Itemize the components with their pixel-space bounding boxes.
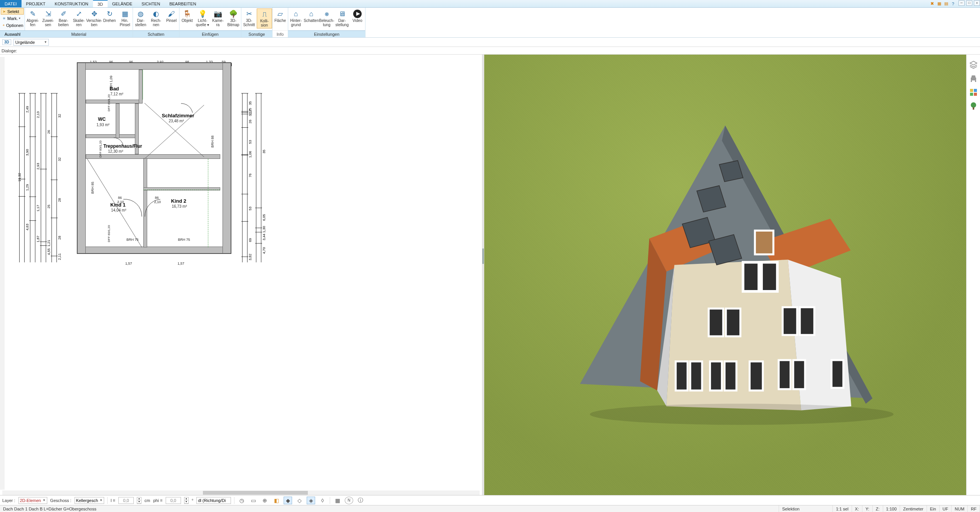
menu-bar: DATEI PROJEKT KONSTRUKTION 3D GELÄNDE SI… (0, 0, 980, 8)
layers-palette-icon[interactable] (969, 60, 978, 69)
room-wc-label: WC (98, 117, 106, 122)
objekt-button[interactable]: 🪑Objekt (179, 8, 195, 23)
bottom-toolbar: Layer : 2D-Elemen▼ Geschoss : Kellergesc… (0, 495, 980, 505)
package-icon[interactable]: ▦ (937, 1, 942, 7)
darstellen-button[interactable]: ◍Dar- stellen (133, 8, 148, 28)
dim-label: 86 (118, 196, 122, 200)
licht-label: Licht- quelle ▾ (196, 18, 209, 27)
terrain-combo[interactable]: Urgelände ▼ (13, 39, 49, 46)
optionen-button[interactable]: ＋Optionen (1, 22, 24, 28)
menu-sichten[interactable]: SICHTEN (137, 0, 164, 7)
geschoss-combo[interactable]: Kellergesch▼ (75, 497, 104, 504)
hinpinsel-button[interactable]: ▦Hin. Pinsel (117, 8, 133, 28)
licht-button[interactable]: 💡Licht- quelle ▾ (195, 8, 210, 28)
layers-icon[interactable]: ◧ (272, 497, 281, 504)
flaeche-button[interactable]: ▱Fläche (272, 8, 288, 23)
layer-combo[interactable]: 2D-Elemen▼ (18, 497, 47, 504)
snap1-icon[interactable]: ◆ (284, 497, 292, 504)
bitmap-button[interactable]: 🌳3D- Bitmap (226, 8, 241, 28)
svg-rect-13 (676, 362, 688, 391)
skalieren-button[interactable]: ⤢Skalie- ren (71, 8, 86, 28)
dim-label: 2,10 (117, 200, 124, 204)
menu-datei[interactable]: DATEI (0, 0, 22, 7)
length-input[interactable] (118, 497, 134, 504)
menu-projekt[interactable]: PROJEKT (22, 0, 50, 7)
dim-left-label: 25 (47, 205, 51, 208)
globe-icon[interactable]: ⊕ (261, 497, 269, 504)
bitmap-icon: 🌳 (228, 9, 238, 18)
svg-rect-34 (971, 80, 972, 82)
status-message: Dach Dach 1 Dach B L=Dächer G=Obergescho… (0, 505, 779, 512)
dim-left-label: 4,63 (25, 224, 29, 231)
wrench-icon[interactable]: ✖ (930, 1, 935, 7)
brh-label: BRH 75 (178, 238, 190, 242)
status-rf: RF (968, 505, 980, 512)
dim-left-label: 1,87 (36, 236, 40, 243)
color-palette-icon[interactable] (969, 88, 978, 97)
minimize-button[interactable]: ─ (958, 0, 965, 6)
north-icon[interactable]: N (345, 497, 353, 504)
bearbeiten-label: Bear- beiten (58, 18, 68, 27)
hintergrund-button[interactable]: ⌂Hinter- grund (288, 8, 304, 28)
beleuchtung-button[interactable]: ⎈Beleuch- tung (319, 8, 334, 28)
snap2-icon[interactable]: ◇ (295, 497, 304, 504)
verschieben-button[interactable]: ✥Verschie- ben (86, 8, 102, 28)
ribbon: ➤Selekt ✳Mark.▾ ＋Optionen Auswahl ✎Abgre… (0, 8, 980, 38)
schatten-label: Schatten (133, 30, 179, 37)
schnitt-icon: ✂ (244, 9, 254, 18)
hintergrund-label: Hinter- grund (290, 18, 302, 27)
furniture-palette-icon[interactable] (969, 74, 978, 83)
dl-combo[interactable]: dl (Richtung/Di (196, 497, 231, 504)
bearbeiten-button[interactable]: ✐Bear- beiten (56, 8, 71, 28)
3d-view-pane[interactable] (484, 55, 966, 495)
menu-bearbeiten[interactable]: BEARBEITEN (165, 0, 201, 7)
abgreifen-label: Abgrei- fen (27, 18, 39, 27)
room-kind1-area: 14,04 m² (111, 208, 126, 212)
scrollbar-vertical[interactable] (0, 57, 5, 490)
rechnen-button[interactable]: ◐Rech- nen (148, 8, 164, 28)
maximize-button[interactable]: □ (966, 0, 972, 6)
close-button[interactable]: × (974, 0, 980, 6)
status-scale: 1:100 (883, 505, 900, 512)
info-icon[interactable]: ⓘ (356, 497, 365, 504)
schnitt-button[interactable]: ✂3D- Schnitt (241, 8, 257, 28)
tree-palette-icon[interactable] (969, 102, 978, 111)
zuweisen-button[interactable]: ⇲Zuwei- sen (40, 8, 56, 28)
dim-right-label: 3,82 (248, 254, 252, 261)
abgreifen-button[interactable]: ✎Abgrei- fen (25, 8, 40, 28)
svg-rect-24 (800, 307, 814, 335)
phi-spinner[interactable]: ▲▼ (184, 497, 189, 504)
length-spinner[interactable]: ▲▼ (137, 497, 141, 504)
room-schlaf-area: 23,48 m² (169, 119, 184, 123)
clock-icon[interactable]: ◷ (238, 497, 246, 504)
menu-konstruktion[interactable]: KONSTRUKTION (50, 0, 93, 7)
svg-rect-37 (970, 89, 973, 92)
pinsel-button[interactable]: 🖌Pinsel (164, 8, 179, 23)
clipboard-icon[interactable]: ▤ (943, 1, 949, 7)
kollision-button[interactable]: ⎍Kolli- sion (257, 8, 272, 28)
menu-gelaende[interactable]: GELÄNDE (108, 0, 137, 7)
status-x: X: (852, 505, 862, 512)
schatten2-icon: ⌂ (306, 9, 316, 18)
snap4-icon[interactable]: ◊ (318, 497, 327, 504)
menu-3d[interactable]: 3D (93, 0, 108, 7)
dim-left-label: 26 (47, 130, 51, 134)
schatten2-button[interactable]: ⌂Schatten (304, 8, 319, 23)
pinsel-icon: 🖌 (166, 9, 176, 18)
dim-right-label: 1,30 (262, 226, 266, 233)
selekt-button[interactable]: ➤Selekt (1, 8, 24, 15)
snap3-icon[interactable]: ◈ (307, 497, 315, 504)
scrollbar-horizontal[interactable] (2, 490, 480, 495)
dim-left-label: 2,93 (36, 163, 40, 170)
hinpinsel-icon: ▦ (120, 9, 130, 18)
mark-button[interactable]: ✳Mark.▾ (1, 15, 24, 22)
kamera-button[interactable]: 📷Kame- ra (210, 8, 226, 28)
darstellung-button[interactable]: 🖥Dar- stellung (334, 8, 350, 28)
grid-icon[interactable]: ▦ (333, 497, 342, 504)
help-icon[interactable]: ? (950, 1, 956, 7)
video-button[interactable]: Video (350, 8, 365, 23)
monitor-icon[interactable]: ▭ (249, 497, 257, 504)
floorplan-pane[interactable]: 2,493,901,294,632,132,931,171,8726251,21… (0, 55, 482, 495)
drehen-button[interactable]: ↻Drehen (102, 8, 117, 23)
phi-input[interactable] (166, 497, 181, 504)
